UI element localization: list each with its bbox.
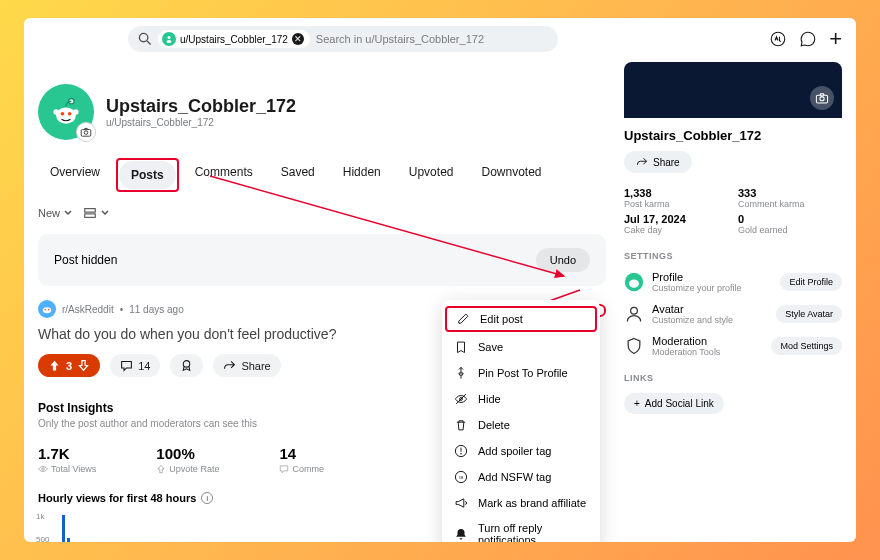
svg-rect-14 [85,214,96,218]
search-icon [138,32,152,46]
chip-remove-icon[interactable]: ✕ [292,33,304,45]
settings-heading: SETTINGS [624,251,842,261]
chart-bar [67,538,70,542]
upvote-icon[interactable] [48,359,61,372]
svg-point-3 [167,40,172,43]
comments-value: 14 [279,445,324,462]
menu-hide[interactable]: Hide [442,386,600,412]
undo-button[interactable]: Undo [536,248,590,272]
comment-icon [120,359,133,372]
plus-icon: + [634,398,640,409]
svg-point-7 [53,109,58,114]
svg-point-9 [61,112,65,116]
comment-small-icon [279,464,289,474]
menu-spoiler[interactable]: Add spoiler tag [442,438,600,464]
avatar-camera-button[interactable] [76,122,96,142]
svg-point-19 [42,468,45,471]
downvote-icon[interactable] [77,359,90,372]
style-avatar-button[interactable]: Style Avatar [776,305,842,323]
profile-handle: u/Upstairs_Cobbler_172 [106,117,296,128]
megaphone-icon [454,496,468,510]
links-heading: LINKS [624,373,842,383]
svg-point-6 [56,108,76,124]
chevron-down-icon [63,208,73,218]
svg-point-18 [184,361,191,368]
menu-save[interactable]: Save [442,334,600,360]
share-icon [223,359,236,372]
svg-point-15 [43,307,51,313]
tab-downvoted[interactable]: Downvoted [469,158,553,192]
share-button[interactable]: Share [213,354,280,377]
svg-point-16 [44,309,46,311]
tab-hidden[interactable]: Hidden [331,158,393,192]
menu-brand[interactable]: Mark as brand affiliate [442,490,600,516]
post-hidden-notice: Post hidden Undo [38,234,606,286]
tab-upvoted[interactable]: Upvoted [397,158,466,192]
chip-label: u/Upstairs_Cobbler_172 [180,34,288,45]
share-profile-button[interactable]: Share [624,151,692,173]
chart-bar [62,515,65,542]
tab-overview[interactable]: Overview [38,158,112,192]
chart-title: Hourly views for first 48 hours [38,492,196,504]
vote-pill[interactable]: 3 [38,354,100,377]
subreddit-link[interactable]: r/AskReddit [62,304,114,315]
search-placeholder: Search in u/Upstairs_Cobbler_172 [316,33,484,45]
menu-edit-post[interactable]: Edit post [445,306,597,332]
camera-icon [80,126,92,138]
add-social-link-button[interactable]: +Add Social Link [624,393,724,414]
search-bar[interactable]: u/Upstairs_Cobbler_172 ✕ Search in u/Ups… [128,26,558,52]
chip-avatar [162,32,176,46]
award-icon [180,359,193,372]
score: 3 [66,360,72,372]
views-value: 1.7K [38,445,96,462]
svg-point-8 [73,109,78,114]
upvote-small-icon [156,464,166,474]
subreddit-avatar[interactable] [38,300,56,318]
bookmark-icon [454,340,468,354]
cake-day-value: Jul 17, 2024 [624,213,728,225]
info-icon[interactable]: i [201,492,213,504]
share-icon [636,156,648,168]
svg-point-10 [68,112,72,116]
ads-icon[interactable] [769,30,787,48]
profile-avatar-small-icon [624,272,644,292]
menu-pin[interactable]: Pin Post To Profile [442,360,600,386]
camera-icon [815,91,829,105]
tab-posts[interactable]: Posts [119,161,176,189]
chat-icon[interactable] [799,30,817,48]
eye-off-icon [454,392,468,406]
banner-camera-button[interactable] [810,86,834,110]
notice-text: Post hidden [54,253,117,267]
svg-point-23 [629,280,639,288]
shield-icon [624,336,644,356]
svg-point-2 [168,36,171,39]
sidebar-username: Upstairs_Cobbler_172 [624,128,842,143]
menu-notifications[interactable]: Turn off reply notifications [442,516,600,542]
tab-saved[interactable]: Saved [269,158,327,192]
mod-settings-button[interactable]: Mod Settings [771,337,842,355]
menu-nsfw[interactable]: 18Add NSFW tag [442,464,600,490]
avatar-icon [624,304,644,324]
bell-icon [454,527,468,541]
svg-point-29 [461,453,462,454]
pencil-icon [456,312,470,326]
comments-button[interactable]: 14 [110,354,160,377]
create-icon[interactable]: + [829,26,842,52]
profile-tabs: Overview Posts Comments Saved Hidden Upv… [38,158,606,192]
edit-profile-button[interactable]: Edit Profile [780,273,842,291]
eye-icon [38,464,48,474]
post-age: 11 days ago [129,304,184,315]
tab-comments[interactable]: Comments [183,158,265,192]
layout-icon [83,206,97,220]
layout-dropdown[interactable] [83,206,110,220]
search-scope-chip[interactable]: u/Upstairs_Cobbler_172 ✕ [158,30,310,48]
menu-delete[interactable]: Delete [442,412,600,438]
svg-point-24 [631,307,638,314]
award-button[interactable] [170,354,203,377]
sort-dropdown[interactable]: New [38,207,73,219]
upvote-rate-value: 100% [156,445,219,462]
trash-icon [454,418,468,432]
svg-line-1 [147,41,151,45]
svg-point-17 [48,309,50,311]
post-karma-value: 1,338 [624,187,728,199]
